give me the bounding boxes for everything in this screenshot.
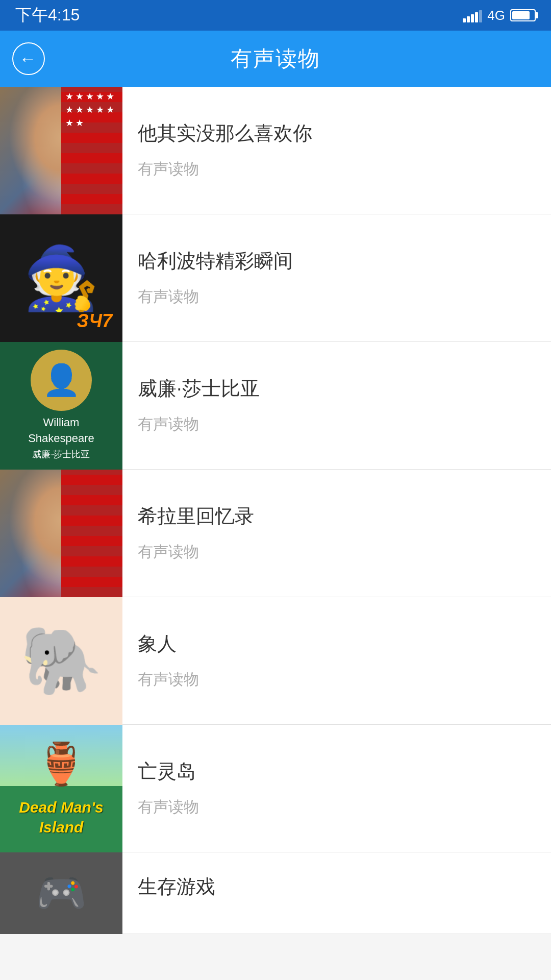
- list-item[interactable]: 🏺 Dead Man'sIsland 亡灵岛 有声读物: [0, 725, 551, 852]
- item-subtitle-3: 有声读物: [138, 414, 536, 435]
- thumbnail-3: 👤 WilliamShakespeare威廉·莎士比亚: [0, 342, 122, 470]
- elephant-icon: 🐘: [20, 622, 103, 700]
- item-title-3: 威廉·莎士比亚: [138, 376, 536, 401]
- thumb-figure: 🧙: [23, 242, 99, 314]
- battery-icon: [510, 9, 536, 21]
- list-item[interactable]: 👤 WilliamShakespeare威廉·莎士比亚 威廉·莎士比亚 有声读物: [0, 342, 551, 470]
- battery-fill: [512, 11, 530, 19]
- item-title-1: 他其实没那么喜欢你: [138, 121, 536, 146]
- item-content-5: 象人 有声读物: [122, 597, 551, 724]
- item-content-4: 希拉里回忆录 有声读物: [122, 470, 551, 597]
- item-content-1: 他其实没那么喜欢你 有声读物: [122, 87, 551, 214]
- list-item[interactable]: ★★★ ★★★ ★★★ ★★★ 他其实没那么喜欢你 有声读物: [0, 87, 551, 214]
- thumb-stars-4: [61, 470, 122, 597]
- back-arrow-icon: ←: [19, 50, 37, 67]
- thumbnail-4: [0, 470, 122, 597]
- list-item[interactable]: 🧙 ЗЧ7 哈利波特精彩瞬间 有声读物: [0, 214, 551, 342]
- item-subtitle-4: 有声读物: [138, 542, 536, 562]
- thumb-figure-6: 🏺: [36, 740, 87, 788]
- item-content-2: 哈利波特精彩瞬间 有声读物: [122, 214, 551, 341]
- item-subtitle-6: 有声读物: [138, 797, 536, 818]
- item-content-6: 亡灵岛 有声读物: [122, 725, 551, 852]
- list-item[interactable]: 🎮 生存游戏: [0, 852, 551, 934]
- item-subtitle-5: 有声读物: [138, 669, 536, 690]
- signal-icon: [463, 8, 482, 22]
- back-button[interactable]: ←: [12, 42, 45, 75]
- thumb-text: ЗЧ7: [77, 310, 112, 332]
- item-title-2: 哈利波特精彩瞬间: [138, 249, 536, 274]
- network-label: 4G: [487, 8, 505, 23]
- item-title-5: 象人: [138, 631, 536, 656]
- app-bar: ← 有声读物: [0, 31, 551, 87]
- item-content-3: 威廉·莎士比亚 有声读物: [122, 342, 551, 469]
- item-subtitle-1: 有声读物: [138, 159, 536, 180]
- item-title-4: 希拉里回忆录: [138, 504, 536, 529]
- thumb-label: WilliamShakespeare威廉·莎士比亚: [28, 415, 94, 462]
- item-content-7: 生存游戏: [122, 852, 551, 934]
- thumbnail-1: ★★★ ★★★ ★★★ ★★★: [0, 87, 122, 214]
- list-item[interactable]: 希拉里回忆录 有声读物: [0, 470, 551, 597]
- thumbnail-6: 🏺 Dead Man'sIsland: [0, 725, 122, 852]
- thumb-stars: ★★★ ★★★ ★★★ ★★★: [61, 87, 122, 214]
- audiobook-list: ★★★ ★★★ ★★★ ★★★ 他其实没那么喜欢你 有声读物 🧙 ЗЧ7 哈利波…: [0, 87, 551, 934]
- list-item[interactable]: 🐘 象人 有声读物: [0, 597, 551, 725]
- thumbnail-5: 🐘: [0, 597, 122, 725]
- thumb-text-6: Dead Man'sIsland: [0, 797, 122, 837]
- thumb-portrait: 👤: [31, 350, 92, 411]
- thumbnail-2: 🧙 ЗЧ7: [0, 214, 122, 342]
- status-icons: 4G: [463, 8, 536, 23]
- item-title-6: 亡灵岛: [138, 759, 536, 784]
- status-bar: 下午4:15 4G: [0, 0, 551, 31]
- item-subtitle-2: 有声读物: [138, 286, 536, 307]
- thumbnail-7: 🎮: [0, 852, 122, 934]
- page-title: 有声读物: [45, 44, 506, 73]
- status-time: 下午4:15: [15, 4, 80, 27]
- thumb-scene: 🏺 Dead Man'sIsland: [0, 725, 122, 852]
- item-title-7: 生存游戏: [138, 874, 536, 899]
